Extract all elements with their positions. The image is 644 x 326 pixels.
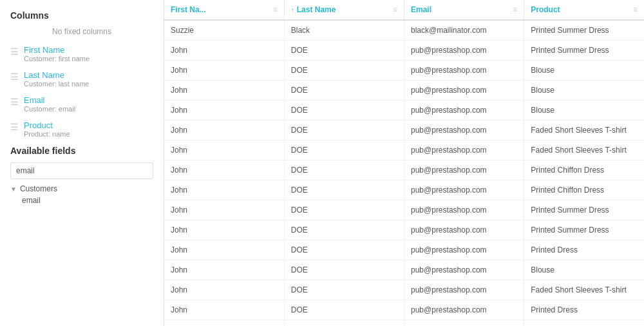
- column-header-label: Email: [411, 5, 431, 14]
- table-row: JohnDOEpub@prestashop.comBlouse: [164, 61, 644, 81]
- cell-firstName: John: [164, 200, 284, 220]
- table-row: JohnDOEpub@prestashop.comPrinted Chiffon…: [164, 180, 644, 200]
- drag-handle-icon: ☰: [10, 72, 19, 82]
- column-item-info: Email Customer: email: [24, 95, 75, 113]
- th-lastName[interactable]: ↑ Last Name ≡: [284, 0, 404, 20]
- cell-firstName: Suzzie: [164, 20, 284, 41]
- cell-lastName: DOE: [284, 140, 404, 160]
- column-item-info: First Name Customer: first name: [24, 45, 90, 62]
- cell-product: Printed Dress: [524, 320, 644, 327]
- cell-lastName: DOE: [284, 300, 404, 320]
- available-fields-title: Available fields: [10, 146, 153, 156]
- cell-firstName: John: [164, 280, 284, 300]
- table-row: JohnDOEpub@prestashop.comBlouse: [164, 101, 644, 120]
- drag-handle-icon: ☰: [10, 97, 19, 107]
- cell-firstName: John: [164, 260, 284, 280]
- cell-email: pub@prestashop.com: [404, 320, 524, 327]
- table-row: JohnDOEpub@prestashop.comPrinted Dress: [164, 300, 644, 320]
- fields-search-input[interactable]: [10, 162, 153, 179]
- cell-firstName: John: [164, 120, 284, 140]
- cell-product: Printed Chiffon Dress: [524, 160, 644, 180]
- cell-product: Faded Short Sleeves T-shirt: [524, 280, 644, 300]
- drag-handle-icon: ☰: [10, 122, 19, 132]
- cell-firstName: John: [164, 61, 284, 81]
- table-header: First Na... ≡ ↑ Last Name ≡ Email ≡ Prod…: [164, 0, 644, 20]
- column-menu-icon[interactable]: ≡: [273, 5, 278, 14]
- table-row: SuzzieBlackblack@mailinator.comPrinted S…: [164, 20, 644, 41]
- field-item[interactable]: email: [10, 196, 153, 205]
- cell-lastName: DOE: [284, 240, 404, 260]
- cell-email: pub@prestashop.com: [404, 280, 524, 300]
- column-name: Email: [24, 95, 75, 105]
- cell-email: black@mailinator.com: [404, 20, 524, 41]
- available-fields-section: Available fields ▼Customersemail: [10, 146, 153, 205]
- column-item[interactable]: ☰ First Name Customer: first name: [10, 45, 153, 62]
- cell-firstName: John: [164, 320, 284, 327]
- cell-lastName: DOE: [284, 81, 404, 101]
- cell-product: Faded Short Sleeves T-shirt: [524, 120, 644, 140]
- chevron-down-icon: ▼: [10, 186, 17, 193]
- field-group-label: Customers: [20, 184, 57, 193]
- table-row: JohnDOEpub@prestashop.comPrinted Summer …: [164, 200, 644, 220]
- cell-email: pub@prestashop.com: [404, 220, 524, 240]
- cell-product: Printed Chiffon Dress: [524, 180, 644, 200]
- cell-email: pub@prestashop.com: [404, 180, 524, 200]
- cell-email: pub@prestashop.com: [404, 81, 524, 101]
- cell-email: pub@prestashop.com: [404, 240, 524, 260]
- cell-product: Printed Summer Dress: [524, 20, 644, 41]
- left-panel: Columns No fixed columns ☰ First Name Cu…: [0, 0, 164, 326]
- cell-email: pub@prestashop.com: [404, 61, 524, 81]
- cell-firstName: John: [164, 300, 284, 320]
- column-item-info: Last Name Customer: last name: [24, 70, 89, 88]
- column-item[interactable]: ☰ Email Customer: email: [10, 95, 153, 113]
- cell-lastName: DOE: [284, 200, 404, 220]
- cell-lastName: DOE: [284, 180, 404, 200]
- drag-handle-icon: ☰: [10, 46, 19, 57]
- table-row: JohnDOEpub@prestashop.comPrinted Summer …: [164, 41, 644, 61]
- cell-product: Faded Short Sleeves T-shirt: [524, 140, 644, 160]
- field-group: ▼Customersemail: [10, 184, 153, 205]
- th-inner: Product ≡: [531, 5, 638, 14]
- column-item[interactable]: ☰ Product Product: name: [10, 120, 153, 138]
- cell-email: pub@prestashop.com: [404, 200, 524, 220]
- cell-email: pub@prestashop.com: [404, 41, 524, 61]
- cell-lastName: DOE: [284, 220, 404, 240]
- cell-firstName: John: [164, 101, 284, 120]
- table-row: JohnDOEpub@prestashop.comBlouse: [164, 81, 644, 101]
- column-item-info: Product Product: name: [24, 120, 70, 138]
- column-menu-icon[interactable]: ≡: [513, 5, 517, 14]
- column-desc: Product: name: [24, 130, 70, 138]
- th-firstName[interactable]: First Na... ≡: [164, 0, 284, 20]
- data-table: First Na... ≡ ↑ Last Name ≡ Email ≡ Prod…: [164, 0, 644, 326]
- column-desc: Customer: email: [24, 105, 75, 113]
- cell-product: Printed Summer Dress: [524, 220, 644, 240]
- cell-lastName: DOE: [284, 41, 404, 61]
- cell-lastName: DOE: [284, 260, 404, 280]
- no-fixed-label: No fixed columns: [10, 27, 153, 36]
- cell-firstName: John: [164, 41, 284, 61]
- table-row: JohnDOEpub@prestashop.comPrinted Dress: [164, 240, 644, 260]
- th-product[interactable]: Product ≡: [524, 0, 644, 20]
- columns-title: Columns: [10, 10, 153, 21]
- column-name: Last Name: [24, 70, 89, 80]
- cell-lastName: DOE: [284, 120, 404, 140]
- column-item[interactable]: ☰ Last Name Customer: last name: [10, 70, 153, 88]
- cell-lastName: DOE: [284, 160, 404, 180]
- cell-firstName: John: [164, 240, 284, 260]
- table-row: JohnDOEpub@prestashop.comFaded Short Sle…: [164, 140, 644, 160]
- column-menu-icon[interactable]: ≡: [633, 5, 638, 14]
- th-email[interactable]: Email ≡: [404, 0, 524, 20]
- column-header-label: First Na...: [171, 5, 206, 14]
- cell-email: pub@prestashop.com: [404, 120, 524, 140]
- right-panel: First Na... ≡ ↑ Last Name ≡ Email ≡ Prod…: [164, 0, 644, 326]
- table-row: JohnDOEpub@prestashop.comPrinted Summer …: [164, 220, 644, 240]
- cell-firstName: John: [164, 81, 284, 101]
- field-group-header[interactable]: ▼Customers: [10, 184, 153, 193]
- cell-email: pub@prestashop.com: [404, 300, 524, 320]
- column-menu-icon[interactable]: ≡: [393, 5, 397, 14]
- th-inner: ↑ Last Name ≡: [291, 5, 397, 14]
- table-row: JohnDOEpub@prestashop.comBlouse: [164, 260, 644, 280]
- sort-asc-icon: ↑: [291, 6, 294, 14]
- table-row: JohnDOEpub@prestashop.comFaded Short Sle…: [164, 120, 644, 140]
- table-row: JohnDOEpub@prestashop.comPrinted Chiffon…: [164, 160, 644, 180]
